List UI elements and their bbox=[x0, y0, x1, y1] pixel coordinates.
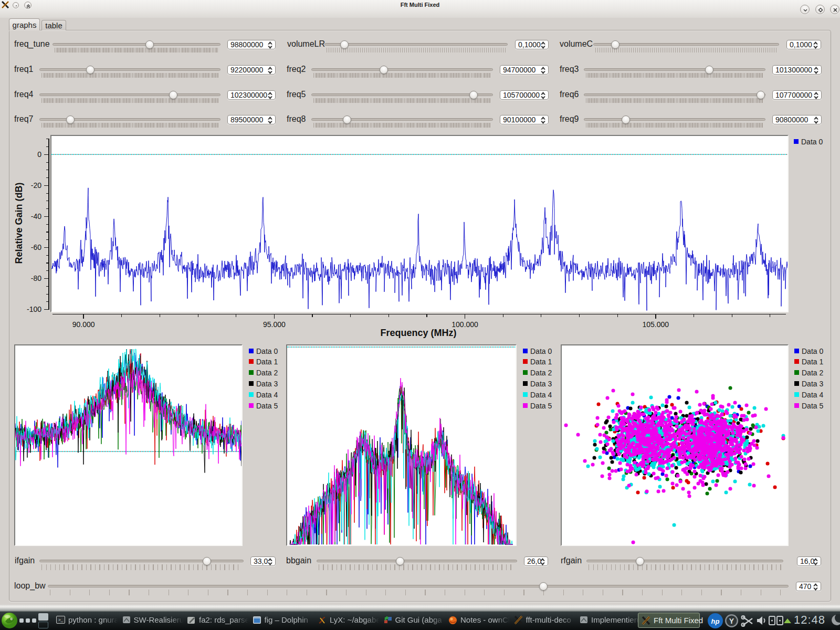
svg-text:hp: hp bbox=[711, 617, 720, 625]
svg-text:Y: Y bbox=[729, 617, 734, 625]
